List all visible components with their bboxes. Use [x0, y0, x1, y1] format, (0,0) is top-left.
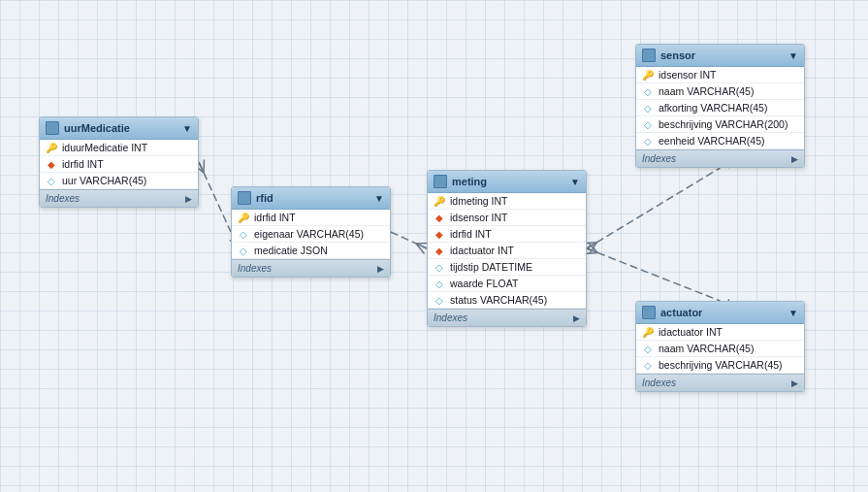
- indexes-arrow: ▶: [377, 264, 384, 274]
- field-row: ◇ beschrijving VARCHAR(45): [636, 357, 804, 374]
- table-name-sensor: sensor: [660, 49, 784, 61]
- field-text: idmeting INT: [450, 195, 508, 207]
- field-icon: ◇: [642, 135, 654, 147]
- indexes-arrow: ▶: [791, 378, 798, 388]
- field-row: 🔑 idrfid INT: [232, 210, 390, 226]
- svg-line-8: [416, 244, 424, 253]
- svg-line-16: [587, 248, 597, 252]
- svg-line-5: [391, 232, 427, 248]
- field-icon: ◇: [434, 294, 445, 306]
- field-row: ◇ medicatie JSON: [232, 243, 390, 259]
- table-icon: [642, 49, 656, 62]
- field-icon: ◇: [642, 118, 654, 130]
- table-name-rfid: rfid: [256, 192, 370, 204]
- field-icon: ◇: [238, 228, 249, 240]
- field-text: idactuator INT: [450, 245, 514, 256]
- field-text: idrfid INT: [450, 228, 492, 240]
- indexes-label: Indexes: [642, 153, 676, 164]
- er-diagram-canvas: uurMedicatie ▼ 🔑 iduurMedicatie INT ◆ id…: [0, 0, 868, 492]
- field-text: eenheid VARCHAR(45): [659, 135, 765, 147]
- pk-icon: 🔑: [238, 212, 249, 223]
- indexes-row-sensor[interactable]: Indexes ▶: [636, 149, 804, 167]
- fk-icon: ◆: [46, 158, 57, 170]
- table-rfid[interactable]: rfid ▼ 🔑 idrfid INT ◇ eigenaar VARCHAR(4…: [231, 186, 391, 278]
- field-row: ◆ idsensor INT: [428, 210, 586, 226]
- field-icon: ◇: [434, 261, 445, 273]
- dropdown-icon[interactable]: ▼: [374, 193, 384, 204]
- table-name-meting: meting: [452, 176, 565, 187]
- svg-line-7: [416, 244, 427, 248]
- field-text: afkorting VARCHAR(45): [659, 102, 767, 114]
- field-icon: ◇: [46, 175, 57, 186]
- indexes-row-rfid[interactable]: Indexes ▶: [232, 259, 390, 277]
- table-header-sensor: sensor ▼: [636, 45, 804, 67]
- field-row: 🔑 idmeting INT: [428, 193, 586, 210]
- field-text: eigenaar VARCHAR(45): [254, 228, 364, 240]
- table-icon: [238, 191, 251, 205]
- indexes-arrow: ▶: [791, 154, 798, 164]
- table-meting[interactable]: meting ▼ 🔑 idmeting INT ◆ idsensor INT ◆…: [427, 170, 587, 327]
- field-text: medicatie JSON: [254, 245, 328, 256]
- fk-icon: ◆: [434, 212, 445, 223]
- pk-icon: 🔑: [46, 142, 57, 153]
- pk-icon: 🔑: [642, 69, 654, 81]
- dropdown-icon[interactable]: ▼: [788, 50, 798, 61]
- field-row: 🔑 idactuator INT: [636, 324, 804, 341]
- field-row: ◇ eenheid VARCHAR(45): [636, 133, 804, 149]
- table-icon: [642, 306, 656, 319]
- field-row: ◇ naam VARCHAR(45): [636, 83, 804, 100]
- field-row: ◆ idactuator INT: [428, 243, 586, 259]
- dropdown-icon[interactable]: ▼: [182, 123, 192, 134]
- field-text: naam VARCHAR(45): [659, 85, 754, 97]
- field-text: beschrijving VARCHAR(200): [659, 118, 788, 130]
- field-icon: ◇: [238, 245, 249, 256]
- svg-line-1: [199, 162, 204, 173]
- table-name-actuator: actuator: [660, 307, 784, 318]
- field-icon: ◇: [642, 359, 654, 371]
- indexes-arrow: ▶: [573, 313, 580, 323]
- fk-icon: ◆: [434, 245, 445, 256]
- field-text: idsensor INT: [659, 69, 717, 81]
- table-actuator[interactable]: actuator ▼ 🔑 idactuator INT ◇ naam VARCH…: [635, 301, 805, 392]
- field-icon: ◇: [434, 278, 445, 289]
- table-uurMedicatie[interactable]: uurMedicatie ▼ 🔑 iduurMedicatie INT ◆ id…: [39, 116, 199, 208]
- indexes-row-uurMedicatie[interactable]: Indexes ▶: [40, 189, 198, 207]
- svg-line-15: [587, 248, 721, 301]
- field-row: ◆ idrfid INT: [428, 226, 586, 243]
- field-row: 🔑 idsensor INT: [636, 67, 804, 83]
- field-row: ◆ idrfid INT: [40, 156, 198, 173]
- table-header-rfid: rfid ▼: [232, 187, 390, 210]
- indexes-label: Indexes: [238, 263, 272, 274]
- svg-line-0: [199, 162, 231, 232]
- field-text: idrfid INT: [62, 158, 104, 170]
- table-icon: [434, 175, 447, 188]
- indexes-row-actuator[interactable]: Indexes ▶: [636, 374, 804, 391]
- field-row: ◇ waarde FLOAT: [428, 276, 586, 292]
- field-text: naam VARCHAR(45): [659, 343, 754, 354]
- pk-icon: 🔑: [434, 195, 445, 207]
- svg-line-17: [589, 243, 597, 252]
- field-row: ◇ afkorting VARCHAR(45): [636, 100, 804, 116]
- field-text: idactuator INT: [659, 326, 723, 338]
- field-row: ◇ eigenaar VARCHAR(45): [232, 226, 390, 243]
- table-name-uurMedicatie: uurMedicatie: [64, 122, 177, 134]
- indexes-label: Indexes: [434, 312, 467, 323]
- table-sensor[interactable]: sensor ▼ 🔑 idsensor INT ◇ naam VARCHAR(4…: [635, 44, 805, 168]
- field-row: ◇ beschrijving VARCHAR(200): [636, 116, 804, 133]
- table-icon: [46, 121, 59, 135]
- indexes-arrow: ▶: [185, 194, 192, 204]
- field-text: uur VARCHAR(45): [62, 175, 146, 186]
- table-header-meting: meting ▼: [428, 171, 586, 193]
- pk-icon: 🔑: [642, 326, 654, 338]
- dropdown-icon[interactable]: ▼: [788, 308, 798, 318]
- svg-line-13: [590, 243, 596, 253]
- field-icon: ◇: [642, 102, 654, 114]
- table-header-actuator: actuator ▼: [636, 302, 804, 324]
- dropdown-icon[interactable]: ▼: [570, 177, 580, 187]
- indexes-row-meting[interactable]: Indexes ▶: [428, 309, 586, 326]
- indexes-label: Indexes: [46, 193, 80, 204]
- field-text: tijdstip DATETIME: [450, 261, 532, 273]
- table-header-uurMedicatie: uurMedicatie ▼: [40, 117, 198, 140]
- field-text: idsensor INT: [450, 212, 508, 223]
- field-text: status VARCHAR(45): [450, 294, 547, 306]
